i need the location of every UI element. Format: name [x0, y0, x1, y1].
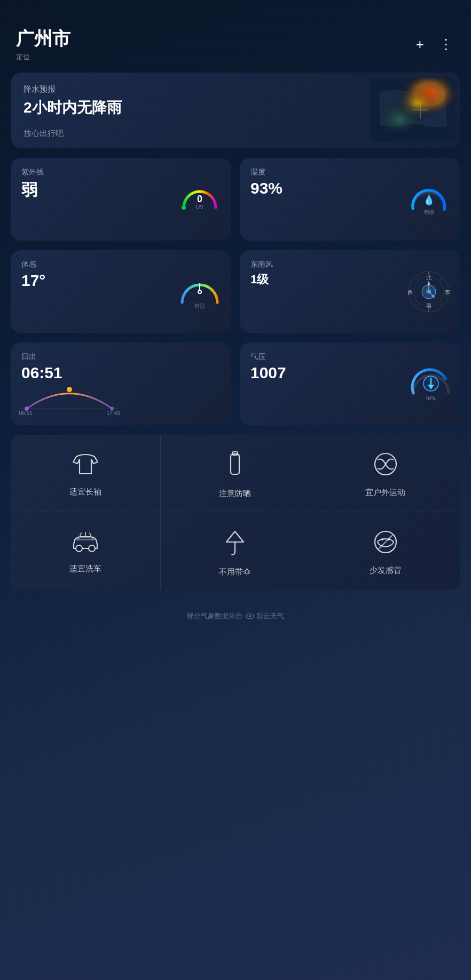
precip-card[interactable]: 降水预报 2小时内无降雨 放心出行吧 — [11, 73, 460, 148]
svg-text:0: 0 — [197, 194, 202, 204]
header: 广州市 定位 + ⋮ — [0, 0, 471, 73]
sunscreen-label: 注意防晒 — [219, 489, 251, 499]
noumbrella-icon — [224, 528, 246, 560]
pressure-gauge: hPa — [407, 360, 455, 408]
brand-name: 彩云天气 — [256, 611, 284, 621]
activity-longsleeve[interactable]: 适宜长袖 — [11, 435, 161, 512]
svg-text:西: 西 — [407, 289, 413, 295]
svg-point-6 — [182, 205, 186, 210]
activity-carwash[interactable]: 适宜洗车 — [11, 512, 161, 590]
activity-flu[interactable]: 少发感冒 — [310, 512, 460, 590]
header-actions: + ⋮ — [414, 34, 455, 55]
footer-text: 部分气象数据来自 — [187, 611, 242, 621]
svg-line-23 — [440, 304, 442, 307]
svg-line-48 — [80, 533, 81, 536]
carwash-label: 适宜洗车 — [69, 564, 101, 574]
noumbrella-label: 不用带伞 — [219, 567, 251, 577]
activity-noumbrella[interactable]: 不用带伞 — [161, 512, 311, 590]
comfort-gauge: 舒适 — [176, 268, 224, 316]
sunrise-value: 06:51 — [21, 364, 223, 382]
svg-text:17:40: 17:40 — [106, 410, 120, 416]
svg-rect-45 — [231, 454, 239, 474]
header-location: 广州市 定位 — [16, 27, 70, 62]
svg-text:UV: UV — [196, 204, 203, 210]
svg-text:舒适: 舒适 — [194, 303, 205, 309]
flu-label: 少发感冒 — [370, 565, 402, 576]
sunrise-label: 日出 — [21, 352, 223, 362]
uv-card[interactable]: 紫外线 弱 — [11, 158, 231, 241]
svg-point-51 — [76, 545, 82, 552]
footer: 部分气象数据来自 彩云天气 — [0, 606, 471, 637]
wind-compass: 北 南 东 西 ≋ — [405, 268, 453, 316]
outdoor-label: 宜户外运动 — [365, 488, 405, 498]
sunrise-pressure-row: 日出 06:51 — [11, 342, 460, 425]
svg-text:北: 北 — [426, 275, 431, 281]
city-name: 广州市 — [16, 27, 70, 51]
activities-row-2: 适宜洗车 不用带伞 — [11, 512, 460, 590]
svg-point-56 — [381, 538, 383, 540]
svg-text:💧: 💧 — [423, 194, 435, 206]
longsleeve-icon — [72, 452, 99, 480]
humidity-gauge: 💧 潮湿 — [405, 176, 453, 224]
wind-card[interactable]: 东南风 1级 — [240, 250, 460, 333]
svg-point-36 — [67, 387, 72, 392]
svg-text:06:51: 06:51 — [19, 410, 32, 416]
comfort-card[interactable]: 体感 17° — [11, 250, 231, 333]
sunscreen-icon — [225, 451, 245, 481]
uv-gauge: 0 UV — [176, 176, 224, 224]
activity-outdoor[interactable]: 宜户外运动 — [310, 435, 460, 512]
main-content: 降水预报 2小时内无降雨 放心出行吧 — [0, 73, 471, 590]
svg-text:南: 南 — [426, 302, 431, 308]
sunrise-card[interactable]: 日出 06:51 — [11, 342, 231, 425]
svg-line-50 — [90, 533, 91, 536]
activities-card: 适宜长袖 注意防晒 — [11, 435, 460, 590]
activity-sunscreen[interactable]: 注意防晒 — [161, 435, 311, 512]
svg-marker-34 — [427, 281, 430, 285]
svg-line-21 — [440, 277, 442, 280]
svg-text:潮湿: 潮湿 — [423, 209, 434, 215]
svg-point-59 — [249, 615, 251, 617]
svg-line-22 — [415, 277, 418, 280]
carwash-icon — [72, 531, 99, 556]
footer-brand: 彩云天气 — [246, 611, 284, 621]
svg-point-13 — [199, 291, 201, 293]
location-type: 定位 — [16, 52, 70, 62]
humidity-card[interactable]: 湿度 93% — [240, 158, 460, 241]
outdoor-icon — [373, 452, 398, 480]
svg-point-52 — [89, 545, 95, 552]
svg-rect-5 — [370, 78, 455, 142]
svg-point-57 — [388, 538, 390, 540]
pressure-card[interactable]: 气压 1007 — [240, 342, 460, 425]
comfort-wind-row: 体感 17° — [11, 250, 460, 333]
precip-heatmap — [370, 78, 455, 142]
sunrise-visual: 06:51 17:40 — [16, 381, 226, 418]
add-button[interactable]: + — [414, 34, 426, 55]
svg-line-24 — [415, 304, 418, 307]
longsleeve-label: 适宜长袖 — [69, 487, 101, 497]
more-button[interactable]: ⋮ — [437, 34, 455, 55]
svg-text:hPa: hPa — [426, 395, 436, 401]
flu-icon — [373, 530, 398, 558]
uv-humidity-row: 紫外线 弱 — [11, 158, 460, 241]
activities-row-1: 适宜长袖 注意防晒 — [11, 435, 460, 512]
svg-text:东: 东 — [445, 289, 450, 295]
